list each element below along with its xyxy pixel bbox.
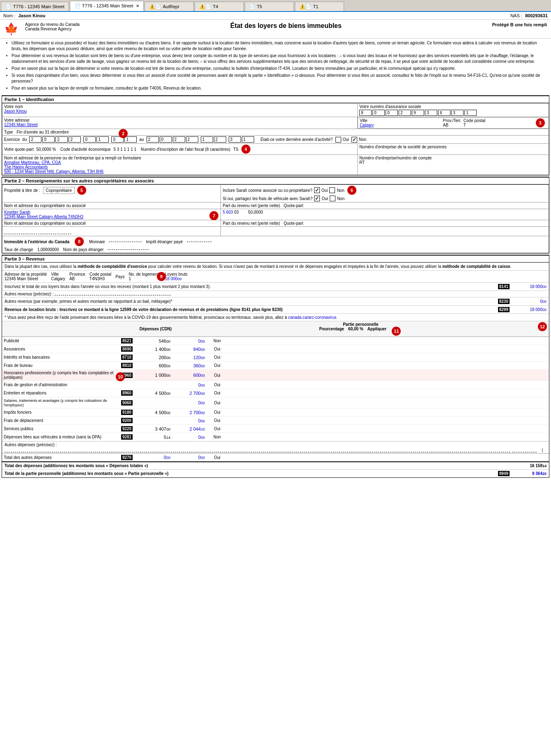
exp-apply-1: Oui [205,347,230,351]
nas-boxes: 8 0 0 2 9 3 6 3 1 [359,110,547,116]
nas-cell: Votre numéro d'assurance sociale 8 0 0 2… [358,104,549,117]
total-depenses-label: Total des dépenses (additionnez les mont… [5,463,514,468]
exp-personal-1: 84000 [172,347,205,352]
nas-d4: 2 [399,110,411,116]
propriete-value[interactable]: Copropriétaire [43,187,75,194]
header-nas: NAS : 800293631 [510,13,548,18]
exp-header-perso: Partie personnelle Pourcentage 60,00 % A… [174,322,547,336]
nas-d8: 3 [451,110,464,116]
revenus-location-value: 18 00000 [514,307,546,312]
tab-label-4: T5 [257,4,262,9]
copro2-info-cell [2,227,221,236]
total-depenses-row: Total des dépenses (additionnez les mont… [2,461,549,469]
copro1-nom[interactable]: Kinetter Sarah [4,210,219,214]
copro2-nom [4,228,37,234]
tab-0[interactable]: 📄 T776 - 12345 Main Street [1,2,69,11]
expenses-header: Dépenses (CDN) Partie personnelle Pource… [2,321,549,337]
tab-5[interactable]: ⚠️📄 T1 [295,2,344,11]
preparateur-adresse[interactable]: 500 - 1234 Main Street NW, Calgary, Albe… [4,169,356,174]
autres-dep-1[interactable] [5,448,510,452]
nas-d7: 6 [438,110,450,116]
exp-label-11: Dépenses liées aux véhicules à moteur (s… [4,435,119,439]
exp-personal-11: 000 [172,435,205,440]
exp-label-9: Frais de déplacement [4,418,119,423]
nom-value[interactable]: Jason Kinou [4,109,356,113]
au-annee-boxes: 2 0 2 2 [147,136,198,143]
quote-part-label: Votre quote-part [4,147,34,152]
monnaie-label: Monnaie [89,240,105,244]
annotation-11: 11 [392,327,401,336]
autres-dep-2[interactable] [512,448,537,452]
autres-revenus-input[interactable] [55,295,137,295]
exp-personal-5: 000 [172,383,205,387]
quote-part-cell: Votre quote-part 50,0000 % Code d'activi… [2,144,358,155]
ville-value[interactable]: Calgary [360,123,443,127]
exp-code-1: 8690 [119,346,135,352]
impot-label: Impôt étranger payé [146,240,183,244]
prov-prop-value: AB [69,277,85,281]
exp-personal-4: 60000 [172,373,205,378]
du-jour-2: 1 [124,136,137,143]
exp-amount-6: 4 50000 [135,391,172,396]
nas-d3: 0 [386,110,398,116]
copro2-values-cell [221,227,549,236]
inclure-non-cb[interactable] [329,187,335,193]
exp-label-10: Services publics [4,426,119,431]
tab-label-0: T776 - 12345 Main Street [13,4,64,9]
inclure-oui-cb[interactable] [314,187,320,193]
exp-label-7: Salaires, traitements et avantages (y co… [4,398,119,407]
exp-code-11: 9281 [119,434,135,440]
exp-apply-4: Oui [205,373,230,378]
tab-2[interactable]: ⚠️📄 AutRepr [145,2,194,11]
exp-personal-3: 36000 [172,363,205,368]
partager-oui-label: Oui [321,196,328,201]
nas-d5: 9 [412,110,424,116]
exp-personal-0: 000 [172,339,205,343]
copro1-adresse[interactable]: 12345 Main Street Calgary Alberta T4N3H3 [4,214,219,219]
agency-title: État des loyers de biens immeubles [80,22,492,30]
adresse-prop-value: 12345 Main Street [5,277,47,281]
tab-4[interactable]: 📄 T5 [245,2,294,11]
partager-oui-cb[interactable] [314,196,320,201]
annotation-3: 3 [536,118,545,127]
part2-table: Propriété à titre de : Copropriétaire 5 … [2,184,549,253]
ville-cell: Ville Calgary [360,118,443,127]
expense-row-9: Frais de déplacement 9200 000 Oui [2,417,549,425]
exp-amount-11: 514 [135,435,172,440]
exp-code-8: 9180 [119,410,135,415]
cp-prop-value: T4N3H3 [90,277,111,281]
nas-d2: 0 [372,110,385,116]
copro1-part-cents: 03 [234,210,239,214]
partager-non-group: Non [330,196,344,201]
exp-code-3: 8810 [119,363,135,368]
exp-code-9: 9200 [119,418,135,423]
tab-icon-5: ⚠️📄 [299,4,312,9]
preparateur-entreprise[interactable]: The Happy Accountants [4,165,356,169]
preparateur-nom[interactable]: Annalise Martineau, CPA, CGA [4,160,356,165]
ville-prov-cell: Ville Calgary Prov./Terr. AB Code postal… [358,117,549,129]
num-entreprise-societe-label: Numéro d'entreprise de la société de per… [359,145,447,149]
au-annee-1: 2 [147,136,159,143]
tab-close-1[interactable]: ✕ [136,4,139,8]
non-checkbox[interactable] [351,137,357,143]
ville-label: Ville [360,118,367,123]
adresse-value[interactable]: 12345 Main Street [4,122,356,127]
covid-link[interactable]: canada.ca/arc-coronavirus [288,315,337,320]
prop-pays-cell: Pays [115,274,124,279]
exp-personal-6: 2 70000 [172,391,205,396]
tab-1[interactable]: 📄 T776 - 12345 Main Street ✕ [70,1,144,11]
total-depenses-value: 16 15814 [514,463,546,468]
autres-dep-sep: | [538,448,546,452]
tab-icon-1: 📄 [74,3,80,9]
partager-non-cb[interactable] [330,196,335,201]
oui-checkbox[interactable] [335,137,341,143]
revenus-location-code: 8299 [498,307,510,312]
partager-oui-group: Oui [314,196,328,201]
autres-revenus-input2[interactable] [138,295,171,295]
agency-logo: 🍁 [4,22,18,36]
au-mois-1: 1 [201,136,213,143]
part2-row-4: Nom et adresse du copropriétaire ou asso… [2,220,549,227]
exp-amount-1: 1 40000 [135,347,172,352]
tab-3[interactable]: ⚠️📄 T4 [195,2,244,11]
header-bar: Nom : Jason Kinou NAS : 800293631 [0,12,551,20]
